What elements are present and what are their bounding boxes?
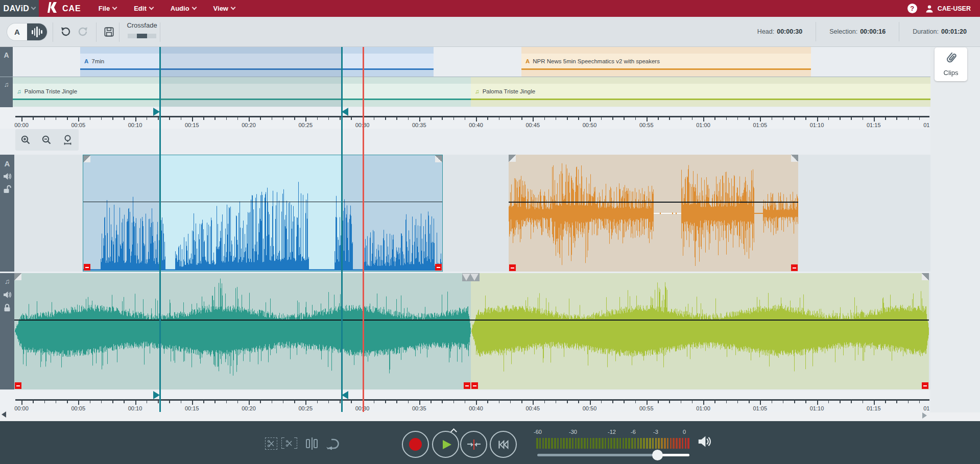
timeline-overview[interactable]: A ♫ A7minANPR News 5min Speechmatics v2 … [0, 47, 930, 107]
fade-out-handle[interactable] [922, 273, 929, 280]
clip-corner-handle[interactable] [791, 264, 798, 271]
crossfade-marker[interactable] [462, 273, 480, 281]
ruler-label: 00:00 [10, 405, 33, 411]
split-clip-button[interactable] [306, 437, 318, 450]
clip-corner-handle[interactable] [464, 382, 470, 389]
ruler-label: 00:50 [579, 122, 601, 128]
ruler-tick [465, 117, 466, 120]
meter-segment [542, 438, 544, 449]
speaker-icon[interactable] [0, 173, 14, 182]
clip-corner-handle[interactable] [471, 382, 478, 389]
timeline-ruler-top[interactable]: 00:0000:0500:1000:1500:2000:2500:3000:35… [0, 107, 929, 129]
david-logo-menu[interactable]: DAViD [0, 0, 39, 17]
skip-to-start-button[interactable] [490, 431, 517, 458]
meter-segment [578, 438, 580, 449]
meter-segment [655, 438, 657, 449]
audio-clip[interactable] [83, 155, 443, 272]
scroll-right-arrow[interactable] [922, 412, 927, 419]
master-speaker-button[interactable] [698, 435, 711, 450]
fade-out-triangle-icon [462, 274, 470, 281]
razor-cursor-button[interactable] [281, 437, 297, 449]
meter-scale-label: -12 [608, 429, 616, 435]
ruler-tick [760, 401, 761, 405]
timeline-ruler-bottom[interactable]: 00:0000:0500:1000:1500:2000:2500:3000:35… [0, 390, 929, 412]
ruler-tick [272, 117, 273, 120]
speaker-icon[interactable] [0, 291, 14, 301]
scroll-left-arrow[interactable] [2, 411, 6, 418]
audio-clip[interactable] [509, 155, 798, 272]
selection-time: Selection:00:00:16 [816, 22, 899, 41]
selection-end-marker[interactable] [342, 391, 348, 399]
clips-panel-button[interactable]: Clips [935, 47, 967, 81]
clip-corner-handle[interactable] [509, 264, 516, 271]
ruler-tick [601, 117, 602, 120]
ruler-tick [874, 117, 875, 121]
play-button[interactable] [432, 431, 459, 458]
fade-in-handle[interactable] [83, 155, 90, 162]
selection-start-marker[interactable] [153, 391, 160, 399]
ruler-tick [112, 401, 113, 403]
loop-return-button[interactable] [325, 437, 342, 453]
selection-start-marker[interactable] [153, 108, 160, 116]
save-button[interactable] [101, 24, 116, 39]
clip-corner-handle[interactable] [922, 382, 928, 389]
clip-corner-handle[interactable] [15, 382, 21, 389]
menu-audio[interactable]: Audio [171, 5, 196, 12]
playhead-line[interactable] [363, 47, 364, 412]
razor-selection-button[interactable] [265, 437, 277, 450]
meter-segment [548, 438, 550, 449]
overview-clip[interactable]: ANPR News 5min Speechmatics v2 with spea… [521, 47, 811, 77]
zoom-out-button[interactable] [36, 129, 57, 151]
clip-corner-handle[interactable] [84, 264, 90, 271]
ruler-tick [249, 401, 250, 405]
zoom-fit-button[interactable] [57, 129, 78, 151]
clip-type-icon: ♫ [475, 88, 480, 94]
fade-out-handle[interactable] [435, 155, 442, 162]
undo-button[interactable] [58, 24, 73, 39]
audio-clip[interactable] [14, 273, 471, 389]
collapse-to-playhead-button[interactable] [460, 431, 487, 458]
meter-segment [679, 438, 681, 449]
fade-in-handle[interactable] [509, 155, 516, 162]
meter-segment [628, 438, 630, 449]
fade-in-handle[interactable] [14, 273, 21, 280]
ruler-tick [56, 117, 57, 120]
ruler-tick [192, 117, 193, 121]
selection-start-line[interactable] [159, 47, 161, 412]
zoom-in-button[interactable] [15, 129, 36, 151]
ruler-tick [78, 401, 79, 405]
record-button[interactable] [402, 431, 429, 458]
meter-segment [554, 438, 556, 449]
overview-clip[interactable]: ♫Paloma Triste Jingle [471, 77, 930, 107]
ruler-tick [147, 401, 148, 403]
menu-view[interactable]: View [213, 5, 235, 12]
selection-end-marker[interactable] [342, 108, 348, 116]
volume-slider[interactable] [537, 454, 689, 456]
fade-out-handle[interactable] [791, 155, 798, 162]
menu-file[interactable]: File [99, 5, 116, 12]
waveform-mode-button[interactable] [27, 23, 47, 40]
ruler-label: 00:40 [465, 405, 487, 411]
user-menu[interactable]: CAE-USER [925, 5, 971, 13]
selection-end-line[interactable] [341, 47, 343, 412]
lock-closed-icon[interactable] [0, 303, 14, 314]
text-mode-button[interactable]: A [7, 23, 27, 40]
meter-segment [640, 438, 642, 449]
ruler-tick [317, 401, 318, 403]
cae-audio-editor: DAViD CAE File Edit Audio View ? CAE-USE… [0, 0, 980, 464]
help-icon[interactable]: ? [907, 4, 917, 13]
crossfade-slider[interactable] [128, 34, 156, 38]
ruler-tick [874, 401, 875, 405]
redo-button[interactable] [76, 24, 91, 39]
ruler-tick [896, 401, 897, 403]
clip-name: 7min [91, 58, 104, 64]
ruler-label: 00:55 [635, 122, 658, 128]
chevron-down-icon [149, 5, 154, 10]
clip-corner-handle[interactable] [435, 264, 442, 271]
clip-type-icon: ♫ [17, 88, 21, 94]
audio-clip[interactable] [471, 273, 929, 389]
ruler-line [15, 399, 929, 401]
menu-edit[interactable]: Edit [134, 5, 153, 12]
ruler-tick [487, 117, 488, 120]
lock-open-icon[interactable] [0, 185, 14, 196]
